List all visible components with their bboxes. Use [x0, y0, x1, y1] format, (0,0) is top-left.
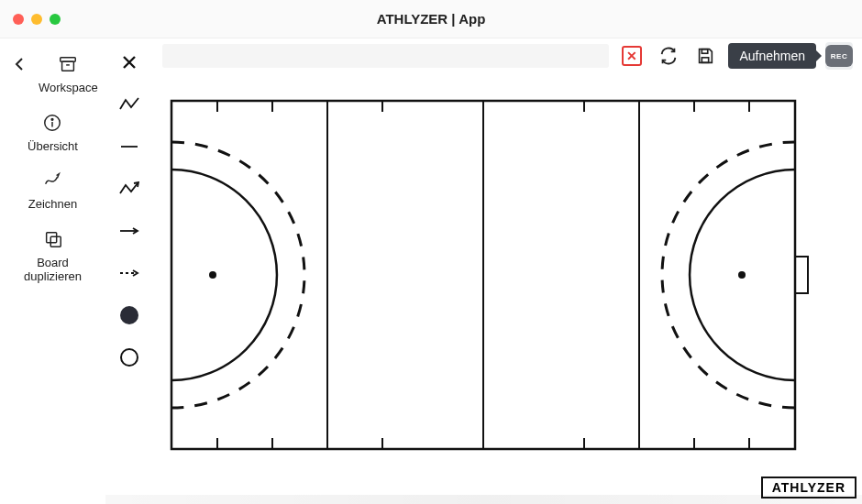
sidebar-item-draw[interactable]: Zeichnen — [28, 168, 77, 212]
sidebar-label: Zeichnen — [28, 197, 77, 212]
svg-point-18 — [738, 271, 746, 279]
sidebar-label: Board duplizieren — [24, 256, 82, 284]
save-button[interactable] — [691, 42, 719, 70]
arrow-dashed-tool-icon[interactable] — [118, 262, 140, 284]
sidebar-label: Workspace — [39, 81, 98, 95]
close-window-icon[interactable] — [13, 14, 24, 25]
record-button[interactable]: REC — [825, 42, 853, 70]
polyline-tool-icon[interactable] — [118, 93, 140, 115]
drawing-toolbar — [105, 38, 153, 504]
svg-point-4 — [52, 118, 54, 120]
svg-rect-12 — [702, 49, 708, 54]
zoom-window-icon[interactable] — [50, 14, 61, 25]
sidebar-item-workspace[interactable]: Workspace — [39, 51, 98, 95]
window-title: ATHLYZER | App — [0, 11, 862, 27]
main-area: ✕ Aufnehmen REC — [153, 38, 862, 504]
sidebar-item-duplicate[interactable]: Board duplizieren — [24, 226, 82, 284]
minimize-window-icon[interactable] — [31, 14, 42, 25]
info-icon — [39, 110, 65, 136]
rec-icon: REC — [825, 45, 853, 67]
sidebar-item-overview[interactable]: Übersicht — [28, 110, 78, 154]
svg-rect-1 — [62, 61, 74, 71]
toolbar-spacer — [162, 44, 609, 68]
filled-dot-tool-icon[interactable] — [118, 304, 140, 326]
cancel-x-icon: ✕ — [622, 46, 642, 66]
top-toolbar: ✕ Aufnehmen REC — [153, 38, 862, 73]
tactics-board-canvas[interactable]: ATHLYZER — [153, 73, 862, 504]
hollow-dot-tool-icon[interactable] — [118, 346, 140, 368]
window-controls — [13, 14, 61, 25]
field-diagram — [162, 92, 850, 477]
sidebar: Workspace Übersicht Zeichnen — [0, 38, 105, 504]
refresh-button[interactable] — [655, 42, 682, 70]
save-icon — [695, 46, 715, 66]
refresh-icon — [658, 46, 679, 66]
arrow-polyline-tool-icon[interactable] — [118, 178, 140, 200]
record-tooltip: Aufnehmen — [728, 43, 816, 69]
svg-rect-6 — [46, 232, 56, 242]
cancel-button[interactable]: ✕ — [618, 42, 646, 70]
svg-point-17 — [209, 271, 216, 279]
svg-rect-11 — [702, 58, 709, 63]
scribble-icon — [39, 168, 65, 193]
archive-icon — [55, 51, 81, 77]
back-icon[interactable] — [13, 51, 26, 77]
titlebar: ATHLYZER | App — [0, 0, 862, 38]
arrow-tool-icon[interactable] — [118, 220, 140, 242]
svg-rect-7 — [50, 236, 61, 247]
close-icon[interactable] — [118, 51, 140, 73]
duplicate-icon — [40, 226, 66, 252]
line-tool-icon[interactable] — [118, 136, 140, 158]
svg-rect-19 — [795, 257, 808, 293]
sidebar-label: Übersicht — [28, 139, 78, 154]
bottom-shadow — [105, 495, 862, 504]
